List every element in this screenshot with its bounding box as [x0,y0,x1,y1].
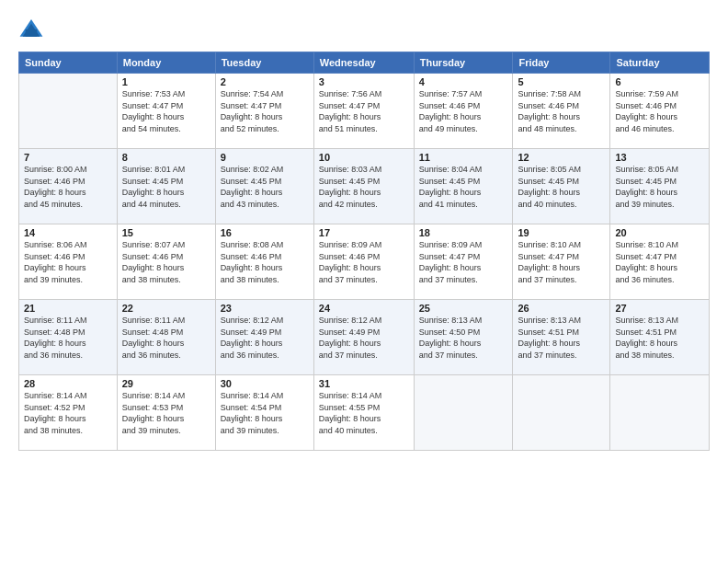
day-number: 11 [419,152,508,163]
calendar-cell: 1Sunrise: 7:53 AM Sunset: 4:47 PM Daylig… [117,74,215,149]
day-header-saturday: Saturday [610,52,710,74]
day-number: 7 [24,152,112,163]
day-header-sunday: Sunday [19,52,118,74]
day-info: Sunrise: 8:13 AM Sunset: 4:51 PM Dayligh… [518,315,605,361]
calendar-cell: 21Sunrise: 8:11 AM Sunset: 4:48 PM Dayli… [19,300,118,375]
day-number: 21 [24,303,112,314]
day-number: 12 [518,152,605,163]
day-number: 4 [419,76,508,87]
calendar-week-3: 21Sunrise: 8:11 AM Sunset: 4:48 PM Dayli… [19,300,710,375]
day-info: Sunrise: 7:56 AM Sunset: 4:47 PM Dayligh… [319,88,409,134]
day-info: Sunrise: 8:11 AM Sunset: 4:48 PM Dayligh… [122,315,210,361]
calendar-cell: 11Sunrise: 8:04 AM Sunset: 4:45 PM Dayli… [414,149,513,224]
day-number: 31 [319,378,409,389]
svg-rect-2 [26,29,37,37]
day-number: 17 [319,227,409,238]
day-number: 25 [419,303,508,314]
day-number: 22 [122,303,210,314]
calendar-cell: 17Sunrise: 8:09 AM Sunset: 4:46 PM Dayli… [313,224,414,300]
day-header-monday: Monday [117,52,215,74]
day-info: Sunrise: 8:05 AM Sunset: 4:45 PM Dayligh… [615,164,704,210]
calendar-cell [19,74,118,149]
calendar-cell: 31Sunrise: 8:14 AM Sunset: 4:55 PM Dayli… [313,375,414,451]
day-info: Sunrise: 8:10 AM Sunset: 4:47 PM Dayligh… [518,239,605,285]
calendar-cell: 18Sunrise: 8:09 AM Sunset: 4:47 PM Dayli… [414,224,513,300]
day-number: 28 [24,378,112,389]
day-number: 30 [221,378,309,389]
calendar-cell: 14Sunrise: 8:06 AM Sunset: 4:46 PM Dayli… [19,224,118,300]
calendar-cell: 22Sunrise: 8:11 AM Sunset: 4:48 PM Dayli… [117,300,215,375]
day-number: 8 [122,152,210,163]
page-header [18,17,710,42]
calendar-cell: 26Sunrise: 8:13 AM Sunset: 4:51 PM Dayli… [513,300,610,375]
day-info: Sunrise: 8:00 AM Sunset: 4:46 PM Dayligh… [24,164,112,210]
calendar-week-1: 7Sunrise: 8:00 AM Sunset: 4:46 PM Daylig… [19,149,710,224]
day-info: Sunrise: 8:14 AM Sunset: 4:52 PM Dayligh… [24,390,112,436]
calendar-cell: 13Sunrise: 8:05 AM Sunset: 4:45 PM Dayli… [610,149,710,224]
day-info: Sunrise: 8:14 AM Sunset: 4:53 PM Dayligh… [122,390,210,436]
day-info: Sunrise: 7:57 AM Sunset: 4:46 PM Dayligh… [419,88,508,134]
day-number: 24 [319,303,409,314]
day-header-thursday: Thursday [414,52,513,74]
day-info: Sunrise: 8:12 AM Sunset: 4:49 PM Dayligh… [221,315,309,361]
day-header-tuesday: Tuesday [215,52,313,74]
day-header-wednesday: Wednesday [313,52,414,74]
day-info: Sunrise: 8:04 AM Sunset: 4:45 PM Dayligh… [419,164,508,210]
calendar-cell: 27Sunrise: 8:13 AM Sunset: 4:51 PM Dayli… [610,300,710,375]
day-number: 1 [122,76,210,87]
day-header-friday: Friday [513,52,610,74]
calendar-week-2: 14Sunrise: 8:06 AM Sunset: 4:46 PM Dayli… [19,224,710,300]
day-number: 20 [615,227,704,238]
day-number: 19 [518,227,605,238]
calendar-cell: 10Sunrise: 8:03 AM Sunset: 4:45 PM Dayli… [313,149,414,224]
day-number: 16 [221,227,309,238]
day-number: 10 [319,152,409,163]
calendar-cell: 9Sunrise: 8:02 AM Sunset: 4:45 PM Daylig… [215,149,313,224]
calendar-cell [513,375,610,451]
day-number: 9 [221,152,309,163]
day-info: Sunrise: 8:02 AM Sunset: 4:45 PM Dayligh… [221,164,309,210]
day-info: Sunrise: 7:58 AM Sunset: 4:46 PM Dayligh… [518,88,605,134]
day-info: Sunrise: 8:12 AM Sunset: 4:49 PM Dayligh… [319,315,409,361]
day-info: Sunrise: 7:53 AM Sunset: 4:47 PM Dayligh… [122,88,210,134]
calendar-cell: 7Sunrise: 8:00 AM Sunset: 4:46 PM Daylig… [19,149,118,224]
calendar-week-4: 28Sunrise: 8:14 AM Sunset: 4:52 PM Dayli… [19,375,710,451]
calendar-cell: 3Sunrise: 7:56 AM Sunset: 4:47 PM Daylig… [313,74,414,149]
calendar-cell: 24Sunrise: 8:12 AM Sunset: 4:49 PM Dayli… [313,300,414,375]
day-info: Sunrise: 8:06 AM Sunset: 4:46 PM Dayligh… [24,239,112,285]
calendar-cell: 5Sunrise: 7:58 AM Sunset: 4:46 PM Daylig… [513,74,610,149]
day-info: Sunrise: 8:13 AM Sunset: 4:51 PM Dayligh… [615,315,704,361]
day-info: Sunrise: 8:05 AM Sunset: 4:45 PM Dayligh… [518,164,605,210]
calendar-cell: 23Sunrise: 8:12 AM Sunset: 4:49 PM Dayli… [215,300,313,375]
calendar-cell: 20Sunrise: 8:10 AM Sunset: 4:47 PM Dayli… [610,224,710,300]
logo-icon [18,17,44,42]
day-number: 5 [518,76,605,87]
day-number: 23 [221,303,309,314]
day-number: 14 [24,227,112,238]
calendar-table: SundayMondayTuesdayWednesdayThursdayFrid… [18,52,710,451]
day-number: 29 [122,378,210,389]
calendar-cell: 15Sunrise: 8:07 AM Sunset: 4:46 PM Dayli… [117,224,215,300]
day-info: Sunrise: 8:10 AM Sunset: 4:47 PM Dayligh… [615,239,704,285]
day-info: Sunrise: 7:54 AM Sunset: 4:47 PM Dayligh… [221,88,309,134]
day-number: 2 [221,76,309,87]
calendar-cell: 30Sunrise: 8:14 AM Sunset: 4:54 PM Dayli… [215,375,313,451]
day-info: Sunrise: 8:01 AM Sunset: 4:45 PM Dayligh… [122,164,210,210]
day-info: Sunrise: 8:09 AM Sunset: 4:46 PM Dayligh… [319,239,409,285]
day-info: Sunrise: 7:59 AM Sunset: 4:46 PM Dayligh… [615,88,704,134]
day-info: Sunrise: 8:13 AM Sunset: 4:50 PM Dayligh… [419,315,508,361]
calendar-cell: 6Sunrise: 7:59 AM Sunset: 4:46 PM Daylig… [610,74,710,149]
day-info: Sunrise: 8:14 AM Sunset: 4:54 PM Dayligh… [221,390,309,436]
calendar-cell: 19Sunrise: 8:10 AM Sunset: 4:47 PM Dayli… [513,224,610,300]
day-info: Sunrise: 8:08 AM Sunset: 4:46 PM Dayligh… [221,239,309,285]
day-number: 18 [419,227,508,238]
day-number: 13 [615,152,704,163]
calendar-cell [610,375,710,451]
calendar-cell: 12Sunrise: 8:05 AM Sunset: 4:45 PM Dayli… [513,149,610,224]
day-number: 27 [615,303,704,314]
day-info: Sunrise: 8:03 AM Sunset: 4:45 PM Dayligh… [319,164,409,210]
calendar-cell: 28Sunrise: 8:14 AM Sunset: 4:52 PM Dayli… [19,375,118,451]
day-number: 26 [518,303,605,314]
calendar-week-0: 1Sunrise: 7:53 AM Sunset: 4:47 PM Daylig… [19,74,710,149]
day-number: 3 [319,76,409,87]
